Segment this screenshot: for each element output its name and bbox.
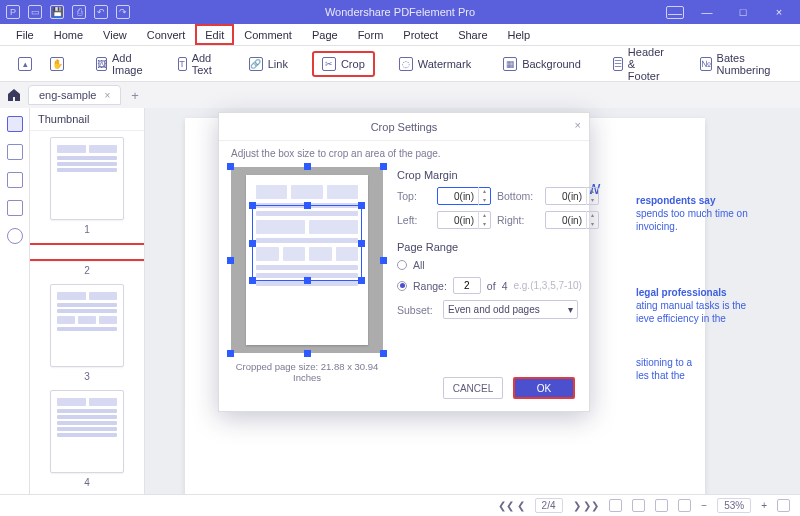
header-footer-button[interactable]: ☰Header & Footer	[605, 42, 676, 86]
crop-handle[interactable]	[358, 240, 365, 247]
thumbnail-page-4[interactable]	[50, 390, 124, 473]
select-tool[interactable]: ▴	[10, 53, 40, 75]
status-bar: ❮❮ ❮ 2/4 ❯ ❯❯ − 53% +	[0, 494, 800, 516]
thumbnails-panel-icon[interactable]	[7, 116, 23, 132]
thumbnail-page-3[interactable]	[50, 284, 124, 367]
dialog-header: Crop Settings ×	[219, 113, 589, 141]
close-tab-icon[interactable]: ×	[104, 90, 110, 101]
more-panel-icon[interactable]	[7, 228, 23, 244]
subset-select[interactable]: Even and odd pages▾	[443, 300, 578, 319]
single-page-icon[interactable]	[655, 499, 668, 512]
zoom-out-button[interactable]: −	[701, 500, 707, 511]
link-button[interactable]: 🔗Link	[241, 53, 296, 75]
crop-size-caption: Cropped page size: 21.88 x 30.94 Inches	[231, 361, 383, 383]
crop-settings-dialog: Crop Settings × Adjust the box size to c…	[218, 112, 590, 412]
print-icon[interactable]: ⎙	[72, 5, 86, 19]
menu-bar: File Home View Convert Edit Comment Page…	[0, 24, 800, 46]
menu-edit[interactable]: Edit	[195, 24, 234, 45]
bg-text: sitioning to ales that the	[636, 356, 776, 382]
add-image-button[interactable]: 🖼Add Image	[88, 48, 154, 80]
crop-preview[interactable]	[231, 167, 383, 353]
thumb-label: 1	[84, 224, 90, 235]
outer-handle[interactable]	[227, 350, 234, 357]
menu-view[interactable]: View	[93, 24, 137, 45]
crop-button[interactable]: ✂Crop	[312, 51, 375, 77]
crop-handle[interactable]	[358, 202, 365, 209]
menu-file[interactable]: File	[6, 24, 44, 45]
hand-tool[interactable]: ✋	[42, 53, 72, 75]
save-icon[interactable]: 💾	[50, 5, 64, 19]
thumbnail-page-1[interactable]	[50, 137, 124, 220]
attachments-panel-icon[interactable]	[7, 200, 23, 216]
menu-share[interactable]: Share	[448, 24, 497, 45]
menu-form[interactable]: Form	[348, 24, 394, 45]
bates-button[interactable]: №Bates Numbering	[692, 48, 781, 80]
left-margin-input[interactable]: ▴▾	[437, 211, 491, 229]
window-close[interactable]: ×	[766, 2, 792, 22]
bg-text: respondents sayspends too much time onin…	[636, 194, 776, 233]
outer-handle[interactable]	[380, 350, 387, 357]
page-indicator[interactable]: 2/4	[535, 498, 563, 513]
chevron-down-icon: ▾	[568, 304, 573, 315]
outer-handle[interactable]	[304, 163, 311, 170]
outer-handle[interactable]	[380, 163, 387, 170]
crop-handle[interactable]	[249, 202, 256, 209]
mail-icon[interactable]	[666, 6, 684, 19]
new-tab-button[interactable]: +	[127, 88, 143, 103]
document-tab[interactable]: eng-sample ×	[28, 85, 121, 105]
side-rail	[0, 108, 30, 494]
ok-button[interactable]: OK	[513, 377, 575, 399]
bg-text: legal professionalsating manual tasks is…	[636, 286, 776, 325]
outer-handle[interactable]	[227, 163, 234, 170]
all-pages-radio[interactable]	[397, 260, 407, 270]
crop-handle[interactable]	[304, 202, 311, 209]
window-maximize[interactable]: □	[730, 2, 756, 22]
watermark-button[interactable]: ◌Watermark	[391, 53, 479, 75]
outer-handle[interactable]	[380, 257, 387, 264]
continuous-icon[interactable]	[678, 499, 691, 512]
menu-home[interactable]: Home	[44, 24, 93, 45]
home-icon[interactable]	[6, 87, 22, 103]
crop-margin-section: Crop Margin	[397, 169, 599, 181]
zoom-in-button[interactable]: +	[761, 500, 767, 511]
nav-first-prev[interactable]: ❮❮ ❮	[498, 500, 525, 511]
crop-handle[interactable]	[358, 277, 365, 284]
fit-width-icon[interactable]	[609, 499, 622, 512]
undo-icon[interactable]: ↶	[94, 5, 108, 19]
bottom-margin-input[interactable]: ▴▾	[545, 187, 599, 205]
fullscreen-icon[interactable]	[777, 499, 790, 512]
crop-handle[interactable]	[304, 277, 311, 284]
crop-handle[interactable]	[249, 240, 256, 247]
range-radio[interactable]	[397, 281, 407, 291]
nav-next-last[interactable]: ❯ ❯❯	[573, 500, 600, 511]
menu-help[interactable]: Help	[498, 24, 541, 45]
thumb-label: 2	[84, 265, 90, 276]
add-text-button[interactable]: TAdd Text	[170, 48, 225, 80]
right-margin-input[interactable]: ▴▾	[545, 211, 599, 229]
fit-page-icon[interactable]	[632, 499, 645, 512]
menu-comment[interactable]: Comment	[234, 24, 302, 45]
zoom-level[interactable]: 53%	[717, 498, 751, 513]
open-icon[interactable]: ▭	[28, 5, 42, 19]
bookmarks-panel-icon[interactable]	[7, 144, 23, 160]
dialog-close-icon[interactable]: ×	[575, 119, 581, 131]
menu-convert[interactable]: Convert	[137, 24, 196, 45]
range-input[interactable]	[453, 277, 481, 294]
right-label: Right:	[497, 214, 539, 226]
page-range-section: Page Range	[397, 241, 599, 253]
redo-icon[interactable]: ↷	[116, 5, 130, 19]
menu-page[interactable]: Page	[302, 24, 348, 45]
outer-handle[interactable]	[227, 257, 234, 264]
top-margin-input[interactable]: ▴▾	[437, 187, 491, 205]
crop-handle[interactable]	[249, 277, 256, 284]
title-bar: P ▭ 💾 ⎙ ↶ ↷ Wondershare PDFelement Pro —…	[0, 0, 800, 24]
top-label: Top:	[397, 190, 431, 202]
outer-handle[interactable]	[304, 350, 311, 357]
search-panel-icon[interactable]	[7, 172, 23, 188]
crop-selection-box[interactable]	[252, 205, 362, 281]
menu-protect[interactable]: Protect	[393, 24, 448, 45]
thumbnail-page-2[interactable]	[30, 243, 144, 261]
background-button[interactable]: ▦Background	[495, 53, 589, 75]
cancel-button[interactable]: CANCEL	[443, 377, 503, 399]
window-minimize[interactable]: —	[694, 2, 720, 22]
